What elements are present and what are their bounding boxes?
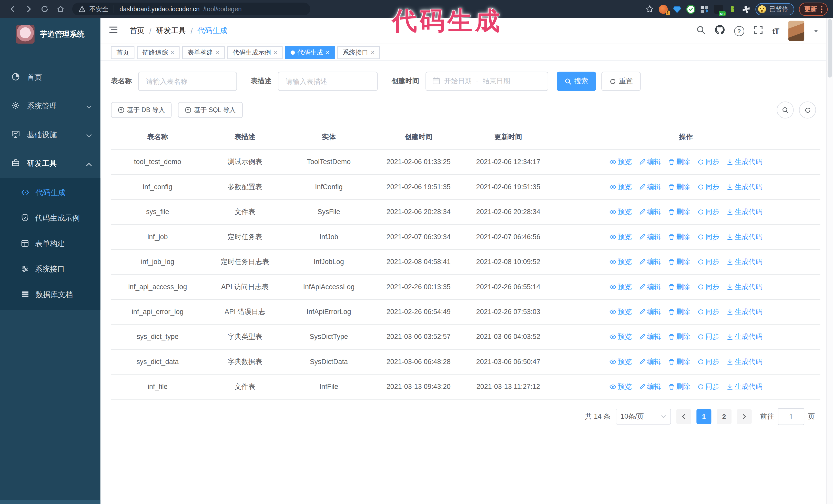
edit-link[interactable]: 编辑 (639, 232, 661, 242)
generate-code-link[interactable]: 生成代码 (727, 157, 762, 167)
sync-link[interactable]: 同步 (697, 257, 719, 267)
user-avatar[interactable] (788, 21, 804, 41)
edit-link[interactable]: 编辑 (639, 182, 661, 192)
sync-link[interactable]: 同步 (697, 182, 719, 192)
generate-code-link[interactable]: 生成代码 (727, 282, 762, 292)
preview-link[interactable]: 预览 (609, 157, 632, 167)
font-size-icon[interactable]: tT (772, 26, 779, 35)
date-range-picker[interactable]: 开始日期 - 结束日期 (426, 72, 548, 91)
close-icon[interactable]: × (274, 49, 278, 56)
preview-link[interactable]: 预览 (609, 307, 632, 317)
close-icon[interactable]: × (170, 49, 174, 56)
sidebar-item-system[interactable]: 系统管理 (0, 92, 100, 121)
close-icon[interactable]: × (216, 49, 220, 56)
generate-code-link[interactable]: 生成代码 (727, 232, 762, 242)
table-name-input[interactable] (145, 77, 230, 86)
delete-link[interactable]: 删除 (668, 307, 690, 317)
preview-link[interactable]: 预览 (609, 381, 632, 392)
edit-link[interactable]: 编辑 (639, 282, 661, 292)
delete-link[interactable]: 删除 (668, 357, 690, 367)
breadcrumb-home[interactable]: 首页 (130, 26, 145, 35)
reload-icon[interactable] (41, 5, 49, 13)
prev-page-button[interactable] (676, 409, 691, 424)
browser-update-button[interactable]: 更新 (799, 2, 828, 16)
sync-link[interactable]: 同步 (697, 282, 719, 292)
page-scrollbar[interactable] (826, 18, 833, 504)
preview-link[interactable]: 预览 (609, 257, 632, 267)
close-icon[interactable]: × (371, 49, 375, 56)
app-logo-row[interactable]: 芋道管理系统 (0, 18, 100, 50)
extension-icon-gem[interactable] (672, 5, 682, 14)
table-desc-input[interactable] (285, 77, 371, 86)
delete-link[interactable]: 删除 (668, 232, 690, 242)
submenu-item-system-api[interactable]: 系统接口 (0, 257, 100, 282)
toggle-search-button[interactable] (777, 101, 793, 118)
back-icon[interactable] (8, 5, 17, 13)
preview-link[interactable]: 预览 (609, 232, 632, 242)
preview-link[interactable]: 预览 (609, 357, 632, 367)
submenu-item-codegen-example[interactable]: 代码生成示例 (0, 206, 100, 231)
sidebar-item-devtools[interactable]: 研发工具 (0, 149, 100, 178)
preview-link[interactable]: 预览 (609, 182, 632, 192)
generate-code-link[interactable]: 生成代码 (727, 307, 762, 317)
edit-link[interactable]: 编辑 (639, 381, 661, 392)
tab-system-api[interactable]: 系统接口× (337, 46, 380, 59)
tab-codegen[interactable]: 代码生成× (285, 46, 335, 59)
page-button-2[interactable]: 2 (717, 409, 732, 424)
sidebar-item-home[interactable]: 首页 (0, 63, 100, 92)
preview-link[interactable]: 预览 (609, 282, 632, 292)
profile-paused-pill[interactable]: 已暂停 (755, 3, 794, 15)
search-icon[interactable] (696, 25, 705, 37)
import-sql-button[interactable]: 基于 SQL 导入 (178, 102, 242, 118)
extension-icon-green-check[interactable] (686, 5, 695, 14)
sync-link[interactable]: 同步 (697, 332, 719, 342)
delete-link[interactable]: 删除 (668, 381, 690, 392)
sync-link[interactable]: 同步 (697, 207, 719, 217)
help-icon[interactable]: ? (734, 26, 744, 36)
hamburger-icon[interactable] (109, 26, 118, 35)
tab-form-builder[interactable]: 表单构建× (182, 46, 225, 59)
bookmark-star-icon[interactable] (645, 5, 654, 13)
forward-icon[interactable] (24, 5, 33, 13)
edit-link[interactable]: 编辑 (639, 307, 661, 317)
submenu-item-codegen[interactable]: 代码生成 (0, 180, 100, 206)
delete-link[interactable]: 删除 (668, 332, 690, 342)
address-bar[interactable]: 不安全 dashboard.yudao.iocoder.cn/tool/code… (72, 3, 310, 16)
preview-link[interactable]: 预览 (609, 332, 632, 342)
extension-icon-on[interactable]: on (714, 5, 723, 14)
sync-link[interactable]: 同步 (697, 357, 719, 367)
search-button[interactable]: 搜索 (557, 72, 596, 91)
goto-page-input[interactable] (778, 408, 804, 425)
delete-link[interactable]: 删除 (668, 157, 690, 167)
home-icon[interactable] (56, 5, 65, 13)
edit-link[interactable]: 编辑 (639, 207, 661, 217)
extension-icon-droid[interactable] (728, 5, 737, 14)
sync-link[interactable]: 同步 (697, 307, 719, 317)
tab-tracing[interactable]: 链路追踪× (137, 46, 180, 59)
github-icon[interactable] (715, 25, 724, 37)
submenu-item-form-builder[interactable]: 表单构建 (0, 231, 100, 257)
generate-code-link[interactable]: 生成代码 (727, 182, 762, 192)
generate-code-link[interactable]: 生成代码 (727, 381, 762, 392)
refresh-button[interactable] (799, 101, 816, 118)
page-button-1[interactable]: 1 (696, 409, 711, 424)
extensions-puzzle-icon[interactable] (741, 5, 751, 14)
import-db-button[interactable]: 基于 DB 导入 (111, 102, 172, 118)
delete-link[interactable]: 删除 (668, 257, 690, 267)
breadcrumb-devtools[interactable]: 研发工具 (156, 26, 186, 35)
edit-link[interactable]: 编辑 (639, 257, 661, 267)
close-icon[interactable]: × (326, 49, 330, 56)
edit-link[interactable]: 编辑 (639, 357, 661, 367)
delete-link[interactable]: 删除 (668, 207, 690, 217)
generate-code-link[interactable]: 生成代码 (727, 207, 762, 217)
sync-link[interactable]: 同步 (697, 381, 719, 392)
user-menu-caret-icon[interactable] (814, 29, 818, 34)
next-page-button[interactable] (737, 409, 752, 424)
page-size-select[interactable]: 10条/页 (616, 409, 671, 425)
generate-code-link[interactable]: 生成代码 (727, 257, 762, 267)
extension-icon-grid[interactable] (700, 5, 709, 14)
fullscreen-icon[interactable] (754, 25, 763, 37)
preview-link[interactable]: 预览 (609, 207, 632, 217)
sidebar-item-infra[interactable]: 基础设施 (0, 121, 100, 149)
extension-icon-orange[interactable]: 1 (659, 5, 668, 14)
